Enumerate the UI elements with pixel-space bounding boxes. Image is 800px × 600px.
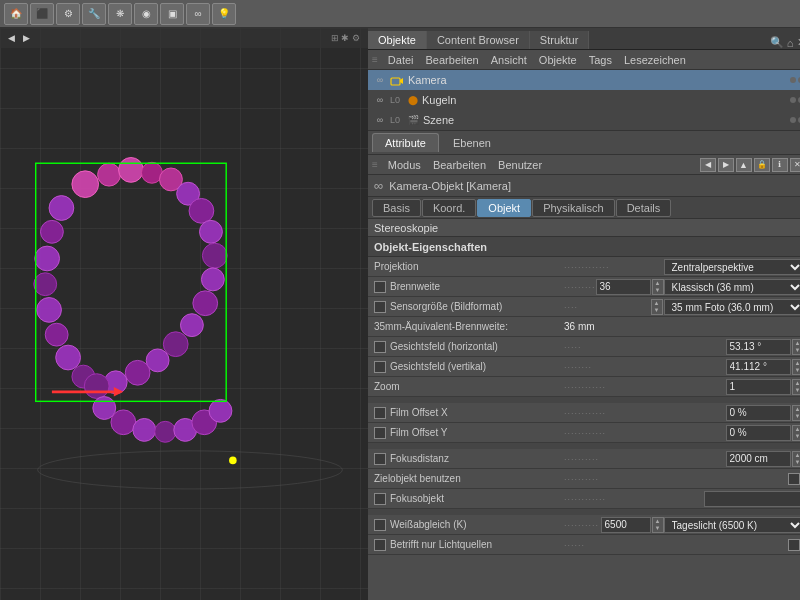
prop-weiss-input[interactable]	[601, 517, 651, 533]
attr-menu: ≡ Modus Bearbeiten Benutzer ◀ ▶ ▲ 🔒 ℹ ✕	[368, 155, 800, 175]
prop-brennweite-dropdown[interactable]: Klassisch (36 mm)	[664, 279, 800, 295]
prop-sensor-dots: ····	[564, 302, 650, 312]
toolbar-icon-light[interactable]: 💡	[212, 3, 236, 25]
toolbar-icon-wrench[interactable]: 🔧	[82, 3, 106, 25]
search-icon[interactable]: 🔍	[770, 36, 784, 49]
prop-weiss-label: Weißabgleich (K)	[374, 519, 564, 531]
prop-weiss-spinner[interactable]: ▲ ▼	[652, 517, 664, 533]
nav-close[interactable]: ✕	[790, 158, 800, 172]
toolbar-icon-home[interactable]: 🏠	[4, 3, 28, 25]
attr-tab-attribute[interactable]: Attribute	[372, 133, 439, 152]
menu-lesezeichen[interactable]: Lesezeichen	[618, 54, 692, 66]
prop-sensor-checkbox[interactable]	[374, 301, 386, 313]
nav-lock[interactable]: 🔒	[754, 158, 770, 172]
viewport-topbar: ◀ ▶ ⊞ ✱ ⚙	[0, 28, 368, 48]
prop-tab-physikalisch[interactable]: Physikalisch	[532, 199, 615, 217]
tab-content-browser[interactable]: Content Browser	[427, 31, 530, 49]
tree-item-kamera[interactable]: ∞ Kamera	[368, 70, 800, 90]
prop-fokobj-input[interactable]	[704, 491, 800, 507]
nav-up[interactable]: ▲	[736, 158, 752, 172]
toolbar-icon-infinity[interactable]: ∞	[186, 3, 210, 25]
tree-item-szene[interactable]: ∞ L0 🎬 Szene	[368, 110, 800, 130]
prop-filmoffy: Film Offset Y ············ ▲ ▼	[368, 423, 800, 443]
prop-gfh-dots: ·····	[564, 342, 726, 352]
prop-fokusdist-input[interactable]	[726, 451, 791, 467]
prop-betrifft-label: Betrifft nur Lichtquellen	[374, 539, 564, 551]
prop-projektion-select[interactable]: Zentralperspektive	[664, 259, 800, 275]
aeq-text: 35mm-Äquivalent-Brennweite:	[374, 321, 508, 332]
prop-filmoffy-dots: ············	[564, 428, 726, 438]
properties-area: Objekt-Eigenschaften Projektion ········…	[368, 237, 800, 600]
prop-filmoffx-checkbox[interactable]	[374, 407, 386, 419]
close-icon[interactable]: ✕	[797, 36, 800, 49]
prop-betrifft-value-checkbox[interactable]	[788, 539, 800, 551]
prop-tab-basis[interactable]: Basis	[372, 199, 421, 217]
menu-bearbeiten[interactable]: Bearbeiten	[420, 54, 485, 66]
attr-benutzer[interactable]: Benutzer	[492, 159, 548, 171]
nav-info[interactable]: ℹ	[772, 158, 788, 172]
attr-tab-ebenen[interactable]: Ebenen	[441, 134, 503, 152]
prop-fokobj-checkbox[interactable]	[374, 493, 386, 505]
attr-modus[interactable]: Modus	[382, 159, 427, 171]
scene-icon: 🎬	[408, 115, 419, 125]
menu-ansicht[interactable]: Ansicht	[485, 54, 533, 66]
prop-zoom-label: Zoom	[374, 381, 564, 392]
prop-zoom-input[interactable]	[726, 379, 791, 395]
right-panel: Objekte Content Browser Struktur 🔍 ⌂ ✕ ≡…	[368, 28, 800, 600]
prop-filmoffy-checkbox[interactable]	[374, 427, 386, 439]
prop-filmoffy-input[interactable]	[726, 425, 791, 441]
prop-gfh-spinner[interactable]: ▲ ▼	[792, 339, 800, 355]
tab-objekte[interactable]: Objekte	[368, 31, 427, 49]
viewport-3d[interactable]: ◀ ▶ ⊞ ✱ ⚙	[0, 28, 368, 600]
prop-gfv-checkbox[interactable]	[374, 361, 386, 373]
menu-objekte[interactable]: Objekte	[533, 54, 583, 66]
toolbar-icon-gear[interactable]: ⚙	[56, 3, 80, 25]
prop-filmoffy-label: Film Offset Y	[374, 427, 564, 439]
toolbar-icon-square[interactable]: ▣	[160, 3, 184, 25]
toolbar-icon-cube[interactable]: ⬛	[30, 3, 54, 25]
prop-filmoffx-input[interactable]	[726, 405, 791, 421]
prop-brennweite-input[interactable]	[596, 279, 651, 295]
viewport-btn-prev[interactable]: ◀	[4, 33, 19, 43]
toolbar-icon-flower[interactable]: ❋	[108, 3, 132, 25]
nav-back[interactable]: ◀	[700, 158, 716, 172]
tab-struktur[interactable]: Struktur	[530, 31, 590, 49]
stereo-bar[interactable]: Stereoskopie	[368, 219, 800, 237]
viewport-btn-next[interactable]: ▶	[19, 33, 34, 43]
prop-fokusdist-spinner[interactable]: ▲ ▼	[792, 451, 800, 467]
prop-tab-details[interactable]: Details	[616, 199, 672, 217]
prop-weissabgleich: Weißabgleich (K) ·········· ▲ ▼ Tageslic…	[368, 515, 800, 535]
prop-tab-koord[interactable]: Koord.	[422, 199, 476, 217]
prop-projektion: Projektion ············· Zentralperspekt…	[368, 257, 800, 277]
prop-weiss-dots: ··········	[564, 520, 601, 530]
toolbar-icon-circle[interactable]: ◉	[134, 3, 158, 25]
menu-tags[interactable]: Tags	[583, 54, 618, 66]
prop-weiss-checkbox[interactable]	[374, 519, 386, 531]
nav-forward[interactable]: ▶	[718, 158, 734, 172]
gfv-text: Gesichtsfeld (vertikal)	[390, 361, 486, 372]
home-icon[interactable]: ⌂	[787, 37, 794, 49]
menu-datei[interactable]: Datei	[382, 54, 420, 66]
obj-infinity-icon: ∞	[374, 178, 383, 193]
attr-bearbeiten[interactable]: Bearbeiten	[427, 159, 492, 171]
prop-betrifft-checkbox[interactable]	[374, 539, 386, 551]
tree-item-kugeln[interactable]: ∞ L0 ⬤ Kugeln	[368, 90, 800, 110]
prop-gfv-spinner[interactable]: ▲ ▼	[792, 359, 800, 375]
prop-gfh-input[interactable]	[726, 339, 791, 355]
prop-fokusdist-checkbox[interactable]	[374, 453, 386, 465]
prop-filmoffy-spinner[interactable]: ▲ ▼	[792, 425, 800, 441]
prop-brennweite-checkbox[interactable]	[374, 281, 386, 293]
prop-gfv-input[interactable]	[726, 359, 791, 375]
prop-sensor-dropdown[interactable]: 35 mm Foto (36.0 mm)	[664, 299, 800, 315]
prop-brennweite: Brennweite ········· ▲ ▼ Klassisch (36 m…	[368, 277, 800, 297]
prop-brennweite-spinner[interactable]: ▲ ▼	[652, 279, 664, 295]
prop-gfh-checkbox[interactable]	[374, 341, 386, 353]
prop-filmoffx-spinner[interactable]: ▲ ▼	[792, 405, 800, 421]
prop-weiss-dropdown[interactable]: Tageslicht (6500 K)	[664, 517, 800, 533]
prop-tab-objekt[interactable]: Objekt	[477, 199, 531, 217]
sphere-icon: ⬤	[408, 95, 418, 105]
prop-zoom-spinner[interactable]: ▲ ▼	[792, 379, 800, 395]
prop-sensor-spinner[interactable]: ▲ ▼	[651, 299, 663, 315]
prop-ziel-checkbox[interactable]	[788, 473, 800, 485]
tree-kamera-label: Kamera	[408, 74, 447, 86]
